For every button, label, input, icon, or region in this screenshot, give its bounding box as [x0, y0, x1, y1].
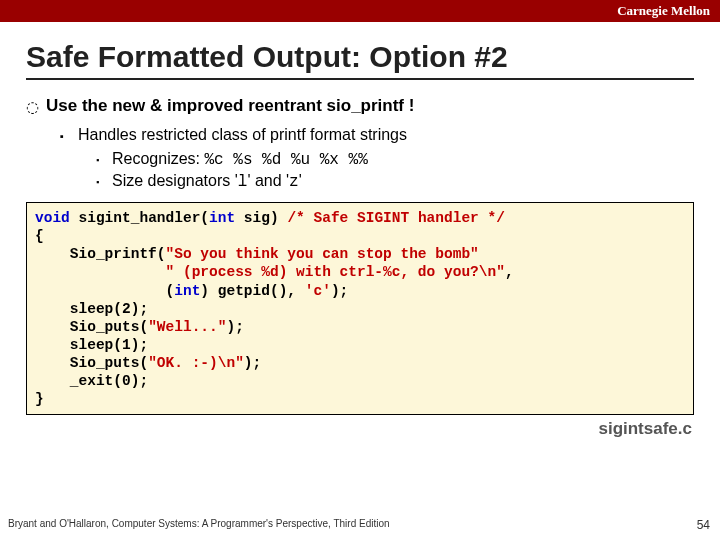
bullet-level3: ▪ Size designators 'l' and 'z' — [96, 172, 694, 192]
bullet-text: Use the new & improved reentrant sio_pri… — [46, 96, 414, 118]
bullet-text: Handles restricted class of printf forma… — [78, 126, 407, 146]
bullet-mark: ▪ — [96, 172, 112, 192]
bullet-level1: ◌ Use the new & improved reentrant sio_p… — [26, 96, 694, 118]
page-number: 54 — [697, 518, 710, 532]
bullet-mark: ▪ — [60, 126, 78, 146]
page-title: Safe Formatted Output: Option #2 — [26, 40, 694, 80]
bullet-level2: ▪ Handles restricted class of printf for… — [60, 126, 694, 146]
footer-citation: Bryant and O'Hallaron, Computer Systems:… — [8, 518, 390, 532]
bullet-text: Recognizes: %c %s %d %u %x %% — [112, 150, 368, 170]
code-block: void sigint_handler(int sig) /* Safe SIG… — [26, 202, 694, 415]
bullet-text: Size designators 'l' and 'z' — [112, 172, 302, 192]
org-label: Carnegie Mellon — [617, 3, 710, 18]
bullet-mark: ◌ — [26, 96, 46, 118]
source-filename: sigintsafe.c — [0, 415, 720, 439]
header-bar: Carnegie Mellon — [0, 0, 720, 22]
bullet-list: ◌ Use the new & improved reentrant sio_p… — [26, 96, 694, 192]
bullet-mark: ▪ — [96, 150, 112, 170]
slide-content: Safe Formatted Output: Option #2 ◌ Use t… — [0, 22, 720, 192]
footer: Bryant and O'Hallaron, Computer Systems:… — [8, 518, 710, 532]
bullet-level3: ▪ Recognizes: %c %s %d %u %x %% — [96, 150, 694, 170]
